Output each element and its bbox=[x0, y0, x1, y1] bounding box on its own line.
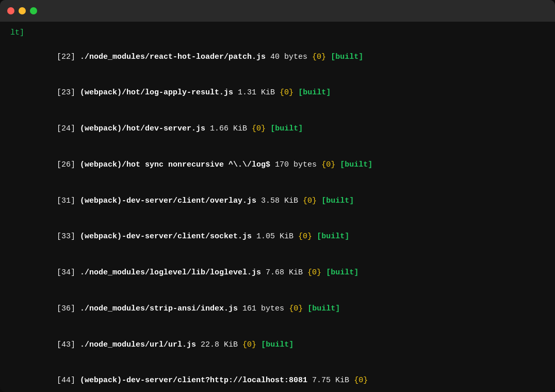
terminal-line: lt] bbox=[10, 27, 545, 39]
terminal-line: [24] (webpack)/hot/dev-server.js 1.66 Ki… bbox=[10, 111, 545, 147]
title-bar bbox=[0, 0, 555, 22]
terminal-line: [36] ./node_modules/strip-ansi/index.js … bbox=[10, 291, 545, 327]
terminal-line: [43] ./node_modules/url/url.js 22.8 KiB … bbox=[10, 326, 545, 363]
close-button[interactable] bbox=[7, 7, 14, 14]
terminal-body: lt] [22] ./node_modules/react-hot-loader… bbox=[0, 22, 555, 392]
terminal-line: [26] (webpack)/hot sync nonrecursive ^\.… bbox=[10, 147, 545, 183]
terminal-window: lt] [22] ./node_modules/react-hot-loader… bbox=[0, 0, 555, 392]
terminal-line: [33] (webpack)-dev-server/client/socket.… bbox=[10, 219, 545, 255]
terminal-line: [22] ./node_modules/react-hot-loader/pat… bbox=[10, 39, 545, 75]
terminal-line: [44] (webpack)-dev-server/client?http://… bbox=[10, 363, 545, 392]
terminal-line: [34] ./node_modules/loglevel/lib/logleve… bbox=[10, 255, 545, 291]
minimize-button[interactable] bbox=[19, 7, 26, 14]
terminal-line: [31] (webpack)-dev-server/client/overlay… bbox=[10, 183, 545, 219]
terminal-line: [23] (webpack)/hot/log-apply-result.js 1… bbox=[10, 75, 545, 111]
maximize-button[interactable] bbox=[30, 7, 37, 14]
